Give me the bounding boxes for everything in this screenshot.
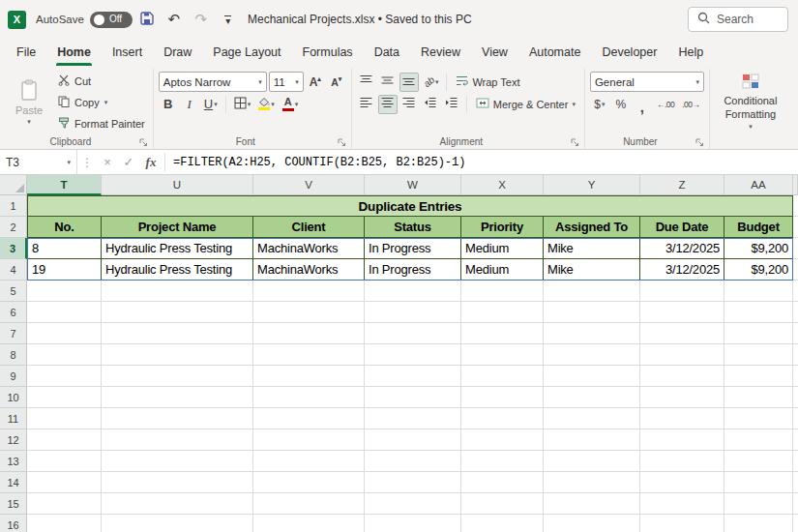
column-header-aa[interactable]: AA: [724, 175, 793, 195]
cell-X4[interactable]: Medium: [461, 259, 544, 281]
cell-W16[interactable]: [365, 515, 461, 532]
font-color-button[interactable]: A ▾: [280, 95, 302, 114]
tab-developer[interactable]: Developer: [591, 39, 667, 66]
cell-AA14[interactable]: [724, 472, 793, 493]
cell-Z12[interactable]: [640, 429, 724, 451]
cell-V16[interactable]: [253, 515, 365, 532]
cell-Z3[interactable]: 3/12/2025: [640, 238, 724, 259]
cell-U13[interactable]: [102, 451, 253, 472]
cell-Z5[interactable]: [640, 281, 724, 302]
cell-T9[interactable]: [27, 366, 102, 387]
conditional-formatting-button[interactable]: Conditional Formatting ▾: [715, 71, 786, 130]
name-box[interactable]: T3 ▾: [0, 150, 77, 174]
header-cell-Y2[interactable]: Assigned To: [544, 217, 640, 238]
row-header-4[interactable]: 4: [0, 259, 27, 281]
cell-AA9[interactable]: [724, 366, 793, 387]
row-header-11[interactable]: 11: [0, 408, 27, 429]
tab-help[interactable]: Help: [667, 39, 714, 66]
column-header-w[interactable]: W: [365, 175, 461, 195]
copy-button[interactable]: Copy ▾: [55, 92, 148, 112]
row-header-2[interactable]: 2: [0, 217, 27, 238]
cell-V13[interactable]: [253, 451, 365, 472]
align-top-button[interactable]: [357, 73, 376, 92]
cell-V3[interactable]: MachinaWorks: [253, 238, 365, 259]
cell-W14[interactable]: [365, 472, 461, 493]
cell-W7[interactable]: [365, 323, 461, 344]
cell-Z11[interactable]: [640, 408, 724, 429]
cell-AA11[interactable]: [724, 408, 793, 429]
increase-decimal-button[interactable]: ←.00: [654, 95, 677, 114]
cell-X6[interactable]: [461, 302, 544, 323]
cell-Z14[interactable]: [640, 472, 724, 493]
cell-V8[interactable]: [253, 344, 365, 366]
cell-Y8[interactable]: [544, 344, 640, 366]
cell-U9[interactable]: [102, 366, 253, 387]
fill-color-button[interactable]: ▾: [255, 95, 278, 114]
font-name-combo[interactable]: Aptos Narrow ▾: [159, 72, 267, 92]
quick-access-customize-button[interactable]: ▾: [216, 6, 241, 33]
cell-V12[interactable]: [253, 429, 365, 451]
cell-T12[interactable]: [27, 429, 102, 451]
cell-AA6[interactable]: [724, 302, 793, 323]
orientation-button[interactable]: ab▾: [421, 73, 442, 92]
cell-W8[interactable]: [365, 344, 461, 366]
cell-T7[interactable]: [27, 323, 102, 344]
document-title[interactable]: Mechanical Projects.xlsx • Saved to this…: [248, 0, 472, 39]
cell-U14[interactable]: [102, 472, 253, 493]
cut-button[interactable]: Cut: [55, 71, 148, 91]
number-format-combo[interactable]: General ▾: [590, 72, 704, 92]
cell-U8[interactable]: [102, 344, 253, 366]
align-center-button[interactable]: [378, 95, 398, 114]
decrease-indent-button[interactable]: [421, 95, 440, 114]
increase-font-size-button[interactable]: A▴: [306, 73, 325, 92]
cell-Z7[interactable]: [640, 323, 724, 344]
cell-X3[interactable]: Medium: [461, 238, 544, 259]
formula-input[interactable]: =FILTER(A2:H25, COUNTIF(B2:B25, B2:B25)-…: [167, 150, 798, 174]
cell-Z16[interactable]: [640, 515, 724, 532]
column-header-x[interactable]: X: [461, 175, 544, 195]
cell-Y14[interactable]: [544, 472, 640, 493]
cell-T6[interactable]: [27, 302, 102, 323]
cancel-entry-icon[interactable]: ×: [97, 150, 118, 174]
cell-U6[interactable]: [102, 302, 253, 323]
alignment-dialog-launcher[interactable]: [571, 136, 580, 146]
cell-V5[interactable]: [253, 281, 365, 302]
excel-app-icon[interactable]: X: [8, 11, 26, 29]
increase-indent-button[interactable]: [442, 95, 461, 114]
save-button[interactable]: [134, 6, 160, 33]
cell-Y11[interactable]: [544, 408, 640, 429]
select-all-corner[interactable]: [0, 175, 27, 195]
cell-T3[interactable]: 8: [27, 238, 102, 259]
cell-Y12[interactable]: [544, 429, 640, 451]
cell-X14[interactable]: [461, 472, 544, 493]
cell-W11[interactable]: [365, 408, 461, 429]
cell-T13[interactable]: [27, 451, 102, 472]
cell-U3[interactable]: Hydraulic Press Testing: [102, 238, 253, 259]
cell-Z13[interactable]: [640, 451, 724, 472]
search-box[interactable]: Search: [688, 7, 788, 32]
cell-AA4[interactable]: $9,200: [724, 259, 793, 281]
cell-Z6[interactable]: [640, 302, 724, 323]
format-painter-button[interactable]: Format Painter: [55, 113, 148, 133]
number-dialog-launcher[interactable]: [695, 136, 705, 146]
cell-X12[interactable]: [461, 429, 544, 451]
cell-W15[interactable]: [365, 493, 461, 515]
row-header-14[interactable]: 14: [0, 472, 27, 493]
tab-data[interactable]: Data: [364, 39, 410, 66]
tab-home[interactable]: Home: [46, 39, 102, 66]
cell-Z4[interactable]: 3/12/2025: [640, 259, 724, 281]
row-header-9[interactable]: 9: [0, 366, 27, 387]
cell-W5[interactable]: [365, 281, 461, 302]
cell-Y7[interactable]: [544, 323, 640, 344]
cell-Z15[interactable]: [640, 493, 724, 515]
cell-X10[interactable]: [461, 387, 544, 408]
cell-Z9[interactable]: [640, 366, 724, 387]
column-header-u[interactable]: U: [102, 175, 253, 195]
cell-V6[interactable]: [253, 302, 365, 323]
merged-title-cell[interactable]: Duplicate Entries: [27, 195, 793, 217]
cell-V9[interactable]: [253, 366, 365, 387]
align-right-button[interactable]: [399, 95, 419, 114]
cell-AA13[interactable]: [724, 451, 793, 472]
wrap-text-button[interactable]: Wrap Text: [452, 72, 523, 92]
cell-T8[interactable]: [27, 344, 102, 366]
